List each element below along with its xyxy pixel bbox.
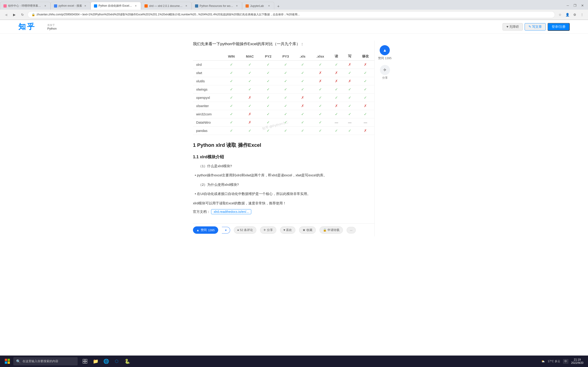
- accessibility-button[interactable]: ♥ 无障碍: [502, 23, 523, 31]
- task-view-button[interactable]: [80, 357, 90, 366]
- cross-icon: ✗: [301, 96, 304, 100]
- date-display: 2022/9/20: [571, 361, 583, 365]
- enjoy-button[interactable]: ♥ 喜欢: [280, 226, 295, 234]
- tab-zhihu[interactable]: Python 自动化操作 Excel 看这一篇... ✕: [90, 2, 141, 10]
- transfer-button[interactable]: 🔒 申请转载: [320, 226, 343, 234]
- collect-button[interactable]: ★ 收藏: [299, 226, 316, 234]
- close-button[interactable]: ✕: [580, 3, 585, 8]
- zhihu-origin-label: 首发于: [47, 23, 57, 27]
- cross-icon: ✗: [335, 79, 338, 83]
- check-icon: ✓: [319, 96, 322, 100]
- like-button[interactable]: ▲ 赞同 1395: [193, 226, 218, 234]
- tab-jupyter-close[interactable]: ✕: [267, 4, 271, 8]
- svg-rect-4: [83, 359, 85, 361]
- tab-search-close[interactable]: ✕: [83, 4, 87, 8]
- check-icon: ✓: [348, 71, 351, 75]
- check-icon: ✓: [319, 112, 322, 116]
- refresh-button[interactable]: ↻: [19, 11, 26, 18]
- cell-DataNitro-py3: ✓: [277, 118, 294, 126]
- check-icon: ✓: [348, 129, 351, 133]
- check-icon: ✓: [284, 129, 287, 133]
- bookmark-icon[interactable]: ☆: [557, 11, 563, 18]
- start-button[interactable]: [2, 356, 12, 366]
- tab-bilibili[interactable]: 创作中心 - 哔哩哔哩弹幕视频网 ✕: [0, 2, 51, 10]
- cell-xlwings-write: ✓: [343, 85, 356, 93]
- address-input[interactable]: 🔒 zhuanlan.zhihu.com/p/259583430#:~:text…: [27, 11, 555, 18]
- check-icon: ✓: [284, 87, 287, 91]
- cell-openpyxl-py3: ✓: [277, 93, 294, 102]
- cell-xlutils-modify: ✓: [356, 77, 374, 85]
- tab-xlrd[interactable]: xlrd — xlrd 2.0.1 documentati... ✕: [141, 2, 191, 10]
- taskbar-search[interactable]: 🔍 在这里输入你要搜索的内容: [13, 357, 78, 365]
- tab-jupyter-label: JupyterLab: [250, 4, 266, 8]
- new-tab-button[interactable]: +: [275, 3, 282, 10]
- like-dropdown-button[interactable]: ▾: [222, 227, 230, 234]
- comments-button[interactable]: ● 52 条评论: [234, 226, 257, 234]
- forward-button[interactable]: ▶: [11, 11, 17, 18]
- extensions-icon[interactable]: ⚙: [571, 11, 578, 18]
- table-row: xlwings✓✓✓✓✓✓✓✓✓: [193, 85, 374, 93]
- check-icon: ✓: [364, 71, 367, 75]
- share-button[interactable]: ✈ 分享: [260, 226, 276, 234]
- cell-DataNitro-read: —: [330, 118, 343, 126]
- col-header-xls: .xls: [294, 52, 311, 60]
- tab-bilibili-close[interactable]: ✕: [43, 4, 47, 8]
- check-icon: ✓: [335, 87, 338, 91]
- check-icon: ✓: [267, 79, 270, 83]
- tab-zhihu-close[interactable]: ✕: [134, 4, 138, 8]
- check-icon: ✓: [284, 104, 287, 108]
- profile-icon[interactable]: 👤: [564, 11, 571, 18]
- back-button[interactable]: ◀: [3, 11, 9, 18]
- search-favicon: [54, 4, 57, 8]
- tab-xlrd-close[interactable]: ✕: [184, 4, 188, 8]
- cell-openpyxl-xlsx: ✓: [311, 93, 330, 102]
- settings-icon[interactable]: ⋮: [579, 11, 585, 18]
- dash-icon: —: [363, 120, 367, 124]
- cell-pandas-py3: ✓: [277, 126, 294, 135]
- write-article-button[interactable]: ✎ 写文章: [525, 23, 546, 31]
- check-icon: ✓: [335, 63, 338, 67]
- tab-jupyter[interactable]: JupyterLab ✕: [242, 2, 274, 10]
- check-icon: ✓: [364, 79, 367, 83]
- sidebar-share-action[interactable]: ✈ 分享: [380, 65, 390, 80]
- login-button[interactable]: 登录/注册: [548, 23, 570, 31]
- cross-icon: ✗: [364, 63, 367, 67]
- taskbar-browser[interactable]: 🌐: [102, 357, 111, 366]
- check-icon: ✓: [335, 96, 338, 100]
- cell-xlutils-win: ✓: [223, 77, 240, 85]
- cell-pandas-mac: ✓: [240, 126, 259, 135]
- col-header-name: [193, 52, 223, 60]
- zhihu-logo: 知乎: [18, 22, 36, 32]
- check-icon: ✓: [284, 79, 287, 83]
- tab-search[interactable]: python excel - 搜索 ✕: [51, 2, 90, 10]
- check-icon: ✓: [230, 112, 233, 116]
- cell-xlrd-modify: ✗: [356, 60, 374, 69]
- table-row: xlswriter✓✓✓✓✗✓✗✓✗: [193, 102, 374, 110]
- minimize-button[interactable]: ─: [565, 3, 570, 8]
- cell-win32com-xlsx: ✓: [311, 110, 330, 118]
- cell-xlwings-modify: ✓: [356, 85, 374, 93]
- taskbar-python[interactable]: 🐍: [123, 357, 132, 366]
- taskbar-vscode[interactable]: ⬡: [112, 357, 121, 366]
- check-icon: ✓: [230, 87, 233, 91]
- input-method[interactable]: 中: [563, 359, 569, 364]
- col-header-py2: PY2: [259, 52, 277, 60]
- cell-xlswriter-mac: ✓: [240, 102, 259, 110]
- sidebar-like-action[interactable]: ▲ 赞同 1395: [378, 45, 392, 60]
- cell-xlswriter-read: ✗: [330, 102, 343, 110]
- cell-pandas-write: ✓: [343, 126, 356, 135]
- taskbar-file-explorer[interactable]: 📁: [91, 357, 100, 366]
- official-doc-link[interactable]: xlrd.readthedocs.io/en/...: [211, 209, 251, 214]
- question1: （1）什么是xlrd模块?: [193, 163, 374, 169]
- check-icon: ✓: [301, 129, 304, 133]
- tab-bar: 创作中心 - 哔哩哔哩弹幕视频网 ✕ python excel - 搜索 ✕ P…: [0, 0, 588, 10]
- cell-xlrd-py3: ✓: [277, 60, 294, 69]
- official-doc-row: 官方文档： xlrd.readthedocs.io/en/...: [193, 209, 374, 219]
- col-header-py3: PY3: [277, 52, 294, 60]
- question2: （2）为什么使用xlrd模块?: [193, 181, 374, 188]
- like-arrow-icon: ▲: [196, 228, 199, 232]
- tab-python-res-close[interactable]: ✕: [235, 4, 239, 8]
- more-button[interactable]: ···: [346, 227, 356, 234]
- tab-python-res[interactable]: Python Resources for working... ✕: [191, 2, 242, 10]
- restore-button[interactable]: ❐: [572, 3, 578, 8]
